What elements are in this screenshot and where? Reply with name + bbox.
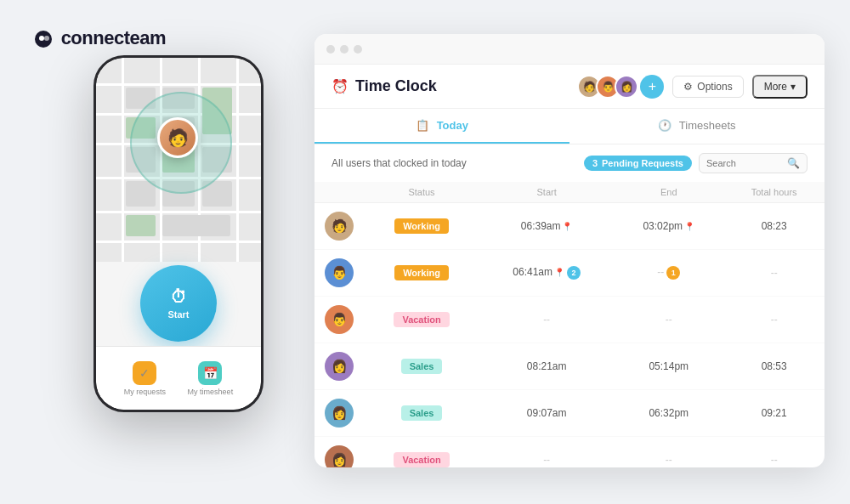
total-dash: --	[771, 454, 778, 466]
table-row: 👩Sales09:07am06:32pm09:21	[314, 390, 824, 437]
header-right: 🧑 👨 👩 + ⚙ Options More ▾	[577, 75, 808, 99]
add-member-button[interactable]: +	[640, 75, 664, 99]
timer-icon: ⏱	[170, 287, 187, 307]
start-pin-icon: 📍	[554, 268, 564, 277]
logo: connecteam	[34, 27, 166, 49]
row-avatar: 👨	[325, 258, 354, 287]
row-start-cell: --	[479, 297, 614, 343]
end-time: 06:32pm	[649, 407, 688, 419]
row-start-cell: 06:41am📍2	[479, 250, 614, 297]
gear-icon: ⚙	[683, 81, 693, 93]
search-box[interactable]: 🔍	[699, 153, 808, 173]
row-avatar-cell: 👩	[314, 390, 364, 437]
row-avatar-cell: 👩	[314, 437, 364, 468]
search-icon: 🔍	[787, 157, 800, 169]
start-badge: 2	[567, 266, 581, 280]
chrome-dot-yellow	[340, 45, 348, 54]
end-dash: --	[657, 266, 664, 278]
row-avatar-cell: 👨	[314, 297, 364, 343]
start-dash: --	[543, 454, 550, 466]
col-start: Start	[479, 182, 614, 203]
row-start-cell: 08:21am	[479, 343, 614, 390]
end-badge: 1	[666, 266, 680, 280]
more-button[interactable]: More ▾	[752, 75, 808, 99]
row-status-cell: Sales	[364, 390, 479, 437]
table-row: 👨Vacation------	[314, 297, 824, 343]
phone-body: 🧑 ⏱ Start ✓ My requests 📅 My timesheet	[94, 55, 264, 412]
total-dash: --	[771, 267, 778, 279]
start-dash: --	[543, 314, 550, 326]
svg-point-1	[39, 36, 44, 41]
panel-tabs: 📋 Today 🕐 Timesheets	[314, 109, 824, 144]
tab-timesheets[interactable]: 🕐 Timesheets	[570, 109, 824, 144]
row-avatar: 👨	[325, 305, 354, 334]
my-timesheet-nav[interactable]: 📅 My timesheet	[188, 361, 234, 396]
status-badge: Sales	[401, 359, 443, 374]
options-button[interactable]: ⚙ Options	[672, 76, 743, 98]
row-status-cell: Vacation	[364, 437, 479, 468]
svg-point-2	[44, 36, 49, 41]
chrome-dot-green	[354, 45, 362, 54]
status-badge: Vacation	[394, 452, 449, 467]
row-total-cell: 09:21	[723, 390, 824, 437]
row-start-cell: 09:07am	[479, 390, 614, 437]
table-header-row: Status Start End Total hours	[314, 182, 824, 203]
panel-header: ⏰ Time Clock 🧑 👨 👩 + ⚙ Options More ▾	[314, 65, 824, 109]
end-dash: --	[666, 314, 672, 326]
phone-bottom-nav: ✓ My requests 📅 My timesheet	[96, 346, 261, 410]
start-pin-icon: 📍	[562, 222, 572, 231]
chevron-down-icon: ▾	[790, 81, 796, 93]
clock-icon: ⏰	[332, 78, 348, 94]
row-end-cell: --	[614, 437, 723, 468]
row-avatar-cell: 🧑	[314, 203, 364, 250]
panel-title: ⏰ Time Clock	[332, 77, 437, 95]
my-requests-nav[interactable]: ✓ My requests	[124, 361, 166, 396]
total-dash: --	[771, 314, 778, 326]
status-badge: Working	[394, 265, 449, 280]
panel-title-text: Time Clock	[355, 77, 437, 95]
pending-requests-badge[interactable]: 3 Pending Requests	[584, 156, 692, 171]
row-status-cell: Vacation	[364, 297, 479, 343]
row-total-cell: 08:23	[723, 203, 824, 250]
search-input[interactable]	[706, 158, 783, 168]
row-end-cell: 03:02pm📍	[614, 203, 723, 250]
calendar-icon: 📋	[416, 119, 429, 132]
requests-icon: ✓	[133, 361, 156, 385]
end-time: 05:14pm	[649, 360, 688, 372]
start-button[interactable]: ⏱ Start	[140, 265, 217, 342]
row-end-cell: 05:14pm	[614, 343, 723, 390]
pending-label: Pending Requests	[602, 158, 683, 168]
start-time: 06:41am	[513, 266, 552, 278]
row-start-cell: --	[479, 437, 614, 468]
row-status-cell: Working	[364, 250, 479, 297]
requests-label: My requests	[124, 388, 166, 396]
timesheet-icon: 📅	[198, 361, 222, 385]
end-time: 03:02pm	[643, 220, 683, 232]
col-avatar	[314, 182, 364, 203]
row-end-cell: --1	[614, 250, 723, 297]
status-badge: Working	[394, 218, 449, 234]
row-status-cell: Sales	[364, 343, 479, 390]
phone-mockup: 🧑 ⏱ Start ✓ My requests 📅 My timesheet	[94, 55, 264, 412]
row-total-cell: --	[723, 250, 824, 297]
row-avatar: 👩	[325, 352, 354, 381]
map-user-avatar: 🧑	[157, 117, 198, 158]
chrome-dot-red	[326, 45, 335, 54]
table-row: 🧑Working06:39am📍03:02pm📍08:23	[314, 203, 824, 250]
status-badge: Vacation	[394, 312, 449, 327]
phone-screen: 🧑 ⏱ Start ✓ My requests 📅 My timesheet	[96, 58, 261, 410]
row-start-cell: 06:39am📍	[479, 203, 614, 250]
end-pin-icon: 📍	[684, 222, 694, 231]
end-dash: --	[666, 454, 672, 466]
total-time: 09:21	[762, 407, 787, 419]
start-label: Start	[167, 309, 189, 320]
toolbar-right: 3 Pending Requests 🔍	[584, 153, 808, 173]
row-avatar: 👩	[325, 399, 354, 428]
row-avatar: 👩	[325, 445, 354, 467]
total-time: 08:23	[762, 220, 787, 232]
toolbar-description: All users that clocked in today	[332, 157, 467, 169]
row-total-cell: --	[723, 297, 824, 343]
table-row: 👩Vacation------	[314, 437, 824, 468]
window-chrome	[314, 34, 824, 65]
tab-today[interactable]: 📋 Today	[314, 109, 570, 144]
